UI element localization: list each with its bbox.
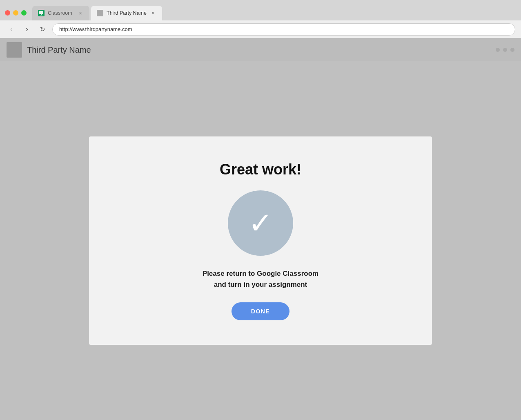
card-message-line1: Please return to Google Classroom	[203, 268, 318, 279]
app-logo	[7, 42, 22, 58]
tab-classroom[interactable]: Classroom ×	[32, 6, 89, 20]
check-circle: ✓	[228, 190, 293, 256]
completion-card: Great work! ✓ Please return to Google Cl…	[89, 136, 432, 345]
maximize-button[interactable]	[21, 10, 27, 16]
app-header-dots	[496, 48, 514, 52]
url-input[interactable]	[52, 23, 515, 36]
window-controls	[5, 10, 27, 20]
browser-window: Classroom × Third Party Name × ‹ › ↻ Thi…	[0, 0, 521, 420]
card-message-line2: and turn in your assignment	[203, 279, 318, 290]
reload-button[interactable]: ↻	[37, 24, 48, 35]
tab-classroom-label: Classroom	[48, 10, 74, 16]
title-bar: Classroom × Third Party Name ×	[0, 0, 521, 20]
checkmark-icon: ✓	[248, 208, 273, 238]
reload-icon: ↻	[40, 26, 45, 33]
tab-third-party-label: Third Party Name	[107, 10, 147, 16]
address-bar: ‹ › ↻	[0, 20, 521, 38]
minimize-button[interactable]	[13, 10, 18, 16]
classroom-favicon-icon	[38, 10, 45, 16]
close-button[interactable]	[5, 10, 10, 16]
back-icon: ‹	[10, 25, 13, 34]
header-dot-1	[496, 48, 500, 52]
app-header: Third Party Name	[0, 38, 521, 61]
card-message: Please return to Google Classroom and tu…	[203, 268, 318, 290]
app-header-title: Third Party Name	[27, 45, 91, 55]
forward-button[interactable]: ›	[21, 24, 33, 35]
tab-classroom-close[interactable]: ×	[77, 10, 84, 16]
back-button[interactable]: ‹	[6, 24, 17, 35]
svg-rect-1	[39, 11, 43, 14]
forward-icon: ›	[26, 25, 28, 34]
header-dot-2	[503, 48, 507, 52]
card-title: Great work!	[220, 161, 301, 178]
done-button[interactable]: DONE	[232, 302, 289, 320]
tab-third-party-close[interactable]: ×	[150, 10, 156, 16]
tab-third-party[interactable]: Third Party Name ×	[91, 6, 162, 20]
header-dot-3	[510, 48, 514, 52]
third-party-favicon-icon	[97, 10, 103, 16]
content-area: Great work! ✓ Please return to Google Cl…	[0, 61, 521, 420]
svg-rect-3	[41, 14, 42, 15]
app-header-left: Third Party Name	[7, 42, 91, 58]
